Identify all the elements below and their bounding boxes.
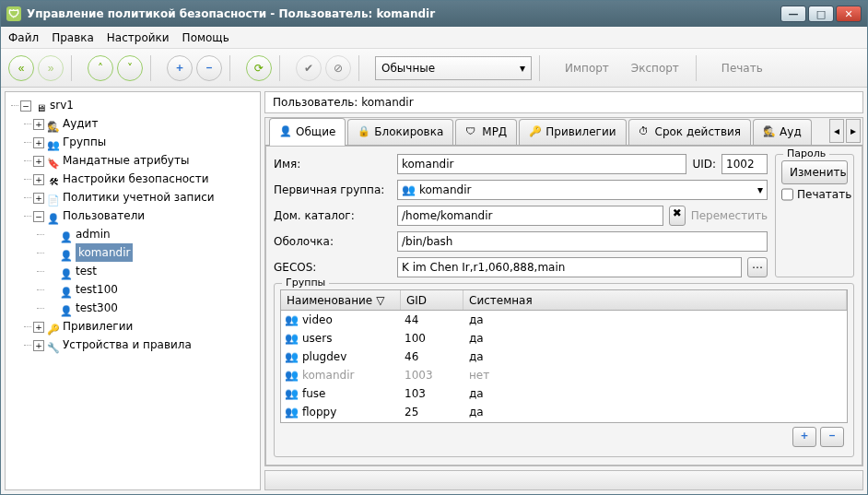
tree-node-devices[interactable]: +🔧Устройства и правила bbox=[33, 336, 258, 354]
tab-scroll-right[interactable]: ▸ bbox=[846, 119, 861, 143]
col-sys[interactable]: Системная bbox=[463, 290, 847, 310]
expander-icon[interactable]: + bbox=[33, 193, 44, 204]
print-link[interactable]: Печать bbox=[721, 62, 763, 75]
filter-combo[interactable]: Обычные ▾ bbox=[375, 56, 532, 80]
close-button[interactable]: ✕ bbox=[836, 6, 862, 22]
password-change-button[interactable]: Изменить bbox=[781, 160, 848, 184]
tab-blocking[interactable]: 🔒Блокировка bbox=[347, 119, 453, 145]
tab-audit[interactable]: 🕵Ауд bbox=[753, 119, 812, 145]
user-icon: 👤 bbox=[59, 229, 74, 242]
expander-icon[interactable]: + bbox=[33, 137, 44, 148]
add-button[interactable]: ＋ bbox=[167, 55, 193, 81]
primary-group-label: Первичная группа: bbox=[274, 183, 392, 196]
tree-user-item[interactable]: 👤komandir bbox=[46, 243, 258, 262]
nav-back-button[interactable]: « bbox=[8, 55, 34, 81]
table-row[interactable]: 👥fuse103да bbox=[281, 384, 847, 403]
app-icon: 🛡 bbox=[6, 6, 21, 21]
tree-node-security-settings[interactable]: +🛠Настройки безопасности bbox=[33, 170, 258, 188]
tree-root[interactable]: −🖥srv1 +🕵Аудит +👥Группы +🔖Мандатные атри… bbox=[20, 96, 258, 354]
tab-expiry[interactable]: ⏱Срок действия bbox=[628, 119, 752, 145]
home-clear-button[interactable]: ✖ bbox=[669, 206, 686, 226]
lock-icon: 🔒 bbox=[358, 125, 370, 138]
expander-icon[interactable]: + bbox=[33, 174, 44, 185]
table-row[interactable]: 👥users100да bbox=[281, 329, 847, 348]
tab-mrd[interactable]: 🛡МРД bbox=[455, 119, 517, 145]
expander-icon[interactable]: − bbox=[20, 100, 31, 112]
uid-input[interactable] bbox=[721, 154, 768, 174]
user-icon: 👤 bbox=[59, 302, 74, 315]
minus-icon: － bbox=[204, 60, 215, 76]
menu-settings[interactable]: Настройки bbox=[107, 31, 170, 44]
home-input[interactable] bbox=[397, 206, 663, 226]
shield-icon: 🛡 bbox=[465, 125, 478, 138]
expander-icon[interactable]: + bbox=[33, 119, 44, 130]
dropdown-icon: ▾ bbox=[757, 183, 763, 196]
table-row[interactable]: 👥video44да bbox=[281, 311, 847, 329]
menu-edit[interactable]: Правка bbox=[52, 31, 94, 44]
primary-group-combo[interactable]: 👥komandir▾ bbox=[397, 180, 768, 200]
tree-node-account-policies[interactable]: +📄Политики учетной записи bbox=[33, 188, 258, 206]
expander-icon[interactable]: − bbox=[33, 211, 44, 222]
tree-node-mandatory[interactable]: +🔖Мандатные атрибуты bbox=[33, 151, 258, 170]
settings-icon: 🛠 bbox=[46, 173, 61, 186]
statusbar bbox=[264, 470, 863, 490]
col-gid[interactable]: GID bbox=[401, 290, 463, 310]
nav-up-button[interactable]: ˄ bbox=[88, 55, 113, 81]
col-name[interactable]: Наименование ▽ bbox=[281, 290, 401, 310]
menu-file[interactable]: Файл bbox=[8, 31, 39, 44]
home-label: Дом. каталог: bbox=[274, 209, 392, 222]
tree-user-item[interactable]: 👤test300 bbox=[46, 299, 258, 317]
table-row[interactable]: 👥floppy25да bbox=[281, 403, 847, 421]
password-fieldset: Пароль Изменить Печатать bbox=[775, 154, 854, 277]
group-icon: 👥 bbox=[285, 350, 299, 363]
maximize-button[interactable]: □ bbox=[808, 6, 834, 22]
menu-help[interactable]: Помощь bbox=[182, 31, 229, 44]
table-row[interactable]: 👥plugdev46да bbox=[281, 348, 847, 366]
policy-icon: 📄 bbox=[46, 192, 61, 205]
tab-scroll-left[interactable]: ◂ bbox=[829, 119, 844, 143]
check-icon: ✔ bbox=[304, 62, 313, 75]
remove-button[interactable]: － bbox=[196, 55, 222, 81]
tree-user-item[interactable]: 👤test bbox=[46, 262, 258, 280]
group-icon: 👥 bbox=[285, 406, 299, 418]
gecos-edit-button[interactable]: … bbox=[747, 257, 768, 277]
table-row[interactable]: 👥komandir1003нет bbox=[281, 366, 847, 384]
user-icon: 👤 bbox=[59, 265, 74, 278]
move-button[interactable]: Переместить bbox=[691, 209, 768, 222]
user-icon: 👤 bbox=[59, 247, 74, 260]
tree-user-item[interactable]: 👤admin bbox=[46, 225, 258, 243]
group-add-button[interactable]: ＋ bbox=[792, 427, 816, 447]
uid-label: UID: bbox=[692, 158, 716, 171]
expander-icon[interactable]: + bbox=[33, 156, 44, 167]
tabstrip: 👤Общие 🔒Блокировка 🛡МРД 🔑Привилегии ⏱Сро… bbox=[265, 118, 862, 146]
tree-user-item[interactable]: 👤test100 bbox=[46, 280, 258, 299]
refresh-button[interactable]: ⟳ bbox=[246, 55, 272, 81]
minimize-button[interactable]: — bbox=[780, 6, 806, 22]
name-label: Имя: bbox=[274, 158, 392, 171]
tree-node-users[interactable]: −👤Пользователи 👤admin👤komandir👤test👤test… bbox=[33, 206, 258, 317]
chevron-left-icon: « bbox=[18, 62, 25, 75]
tab-general[interactable]: 👤Общие bbox=[269, 118, 346, 146]
user-icon: 👤 bbox=[279, 125, 292, 138]
expander-icon[interactable]: + bbox=[33, 340, 44, 351]
expander-icon[interactable]: + bbox=[33, 322, 44, 333]
gecos-input[interactable] bbox=[397, 257, 742, 277]
tree-node-groups[interactable]: +👥Группы bbox=[33, 133, 258, 151]
audit-icon: 🕵 bbox=[763, 125, 776, 138]
refresh-icon: ⟳ bbox=[254, 62, 264, 75]
users-icon: 👤 bbox=[46, 210, 61, 223]
tree-node-audit[interactable]: +🕵Аудит bbox=[33, 114, 258, 133]
shell-input[interactable] bbox=[397, 231, 768, 252]
key-icon: 🔑 bbox=[529, 125, 542, 138]
shell-label: Оболочка: bbox=[274, 235, 392, 248]
sort-icon: ▽ bbox=[376, 294, 384, 307]
group-remove-button[interactable]: － bbox=[820, 427, 844, 447]
user-icon: 👤 bbox=[59, 284, 74, 297]
tab-privileges[interactable]: 🔑Привилегии bbox=[519, 119, 626, 145]
import-link[interactable]: Импорт bbox=[565, 62, 609, 75]
password-print-checkbox[interactable]: Печатать bbox=[781, 188, 848, 201]
name-input[interactable] bbox=[397, 154, 686, 174]
tree-node-privileges[interactable]: +🔑Привилегии bbox=[33, 317, 258, 336]
nav-down-button[interactable]: ˅ bbox=[117, 55, 143, 81]
export-link[interactable]: Экспорт bbox=[631, 62, 679, 75]
